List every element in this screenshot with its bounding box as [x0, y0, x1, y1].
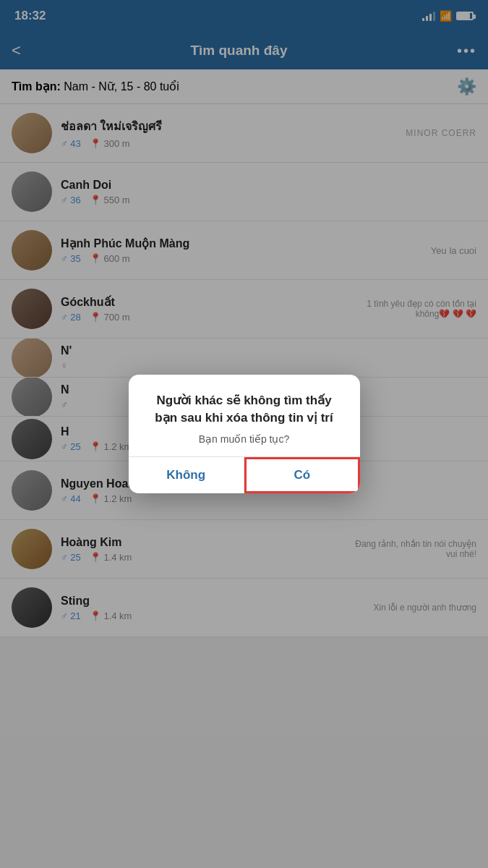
dialog-subtitle: Bạn muốn tiếp tục? [143, 433, 346, 445]
confirmation-dialog: Người khác sẽ không tìm thấybạn sau khi … [129, 375, 360, 494]
dialog-buttons: Không Có [129, 456, 360, 493]
dialog-body: Người khác sẽ không tìm thấybạn sau khi … [129, 375, 360, 457]
confirm-button[interactable]: Có [244, 457, 360, 493]
cancel-button[interactable]: Không [129, 457, 245, 493]
dialog-title: Người khác sẽ không tìm thấybạn sau khi … [143, 392, 346, 427]
modal-overlay: Người khác sẽ không tìm thấybạn sau khi … [0, 0, 488, 868]
